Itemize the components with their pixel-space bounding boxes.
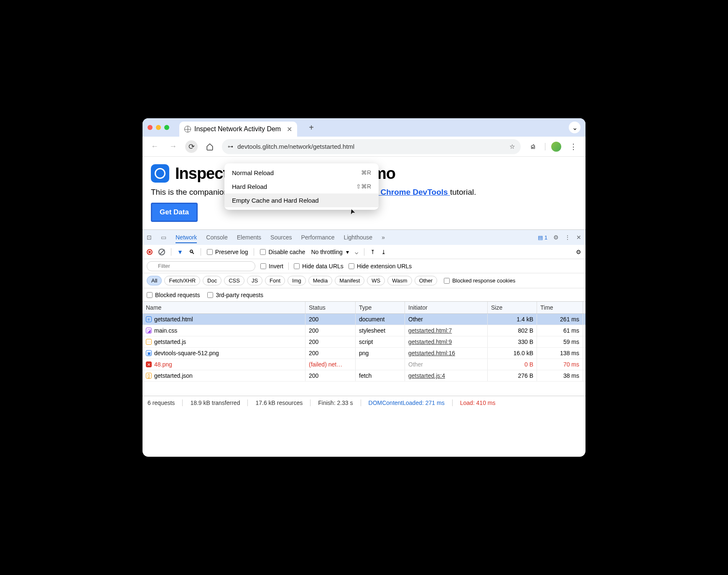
filter-input[interactable] bbox=[147, 261, 255, 271]
reload-context-menu: Normal Reload ⌘R Hard Reload ⇧⌘R Empty C… bbox=[224, 163, 379, 210]
status-transferred: 18.9 kB transferred bbox=[190, 399, 248, 406]
get-data-button[interactable]: Get Data bbox=[151, 203, 198, 222]
filter-row: Invert Hide data URLs Hide extension URL… bbox=[143, 259, 585, 273]
type-pill-doc[interactable]: Doc bbox=[203, 276, 221, 285]
type-pill-manifest[interactable]: Manifest bbox=[335, 276, 364, 285]
network-table: Name Status Type Initiator Size Time ≡ge… bbox=[143, 302, 585, 396]
titlebar: Inspect Network Activity Dem ✕ + ⌄ bbox=[143, 118, 585, 137]
col-status[interactable]: Status bbox=[305, 302, 356, 313]
profile-avatar[interactable] bbox=[551, 142, 561, 152]
desc-suffix: tutorial. bbox=[450, 188, 476, 196]
address-bar[interactable]: ⊶ devtools.glitch.me/network/getstarted.… bbox=[222, 139, 521, 154]
inspect-icon[interactable]: ⊡ bbox=[147, 234, 152, 241]
search-icon[interactable]: 🔍︎ bbox=[189, 249, 195, 255]
hide-data-urls-checkbox[interactable]: Hide data URLs bbox=[294, 263, 344, 270]
type-pill-img[interactable]: Img bbox=[288, 276, 306, 285]
invert-checkbox[interactable]: Invert bbox=[260, 263, 283, 270]
type-pill-all[interactable]: All bbox=[147, 276, 162, 285]
type-pill-fetch-xhr[interactable]: Fetch/XHR bbox=[164, 276, 200, 285]
network-conditions-icon[interactable]: ⌵ bbox=[355, 249, 358, 255]
separator bbox=[545, 143, 545, 150]
type-pill-media[interactable]: Media bbox=[308, 276, 332, 285]
device-icon[interactable]: ▭ bbox=[161, 234, 166, 241]
table-row[interactable]: {}getstarted.json200fetchgetstarted.js:4… bbox=[143, 370, 585, 382]
globe-icon bbox=[184, 126, 191, 132]
col-name[interactable]: Name bbox=[143, 302, 305, 313]
app-icon bbox=[151, 164, 169, 183]
menu-normal-reload[interactable]: Normal Reload ⌘R bbox=[224, 166, 379, 180]
menu-hard-reload[interactable]: Hard Reload ⇧⌘R bbox=[224, 180, 379, 193]
col-size[interactable]: Size bbox=[488, 302, 537, 313]
browser-window: Inspect Network Activity Dem ✕ + ⌄ ← → ⟳… bbox=[143, 118, 585, 457]
site-settings-icon[interactable]: ⊶ bbox=[228, 143, 233, 150]
extensions-icon[interactable] bbox=[527, 140, 539, 153]
type-pill-css[interactable]: CSS bbox=[224, 276, 244, 285]
reload-button[interactable]: ⟳ bbox=[185, 140, 198, 153]
table-row[interactable]: ≡getstarted.html200documentOther1.4 kB26… bbox=[143, 314, 585, 325]
clear-button[interactable] bbox=[158, 249, 165, 255]
type-pill-js[interactable]: JS bbox=[247, 276, 262, 285]
status-dcl: DOMContentLoaded: 271 ms bbox=[369, 399, 453, 406]
tab-network[interactable]: Network bbox=[176, 234, 197, 243]
download-har-icon[interactable]: ⤓ bbox=[381, 249, 386, 255]
col-type[interactable]: Type bbox=[356, 302, 405, 313]
table-row[interactable]: ▣devtools-square-512.png200pnggetstarted… bbox=[143, 348, 585, 359]
status-requests: 6 requests bbox=[148, 399, 183, 406]
col-initiator[interactable]: Initiator bbox=[405, 302, 488, 313]
status-load: Load: 410 ms bbox=[460, 399, 503, 406]
type-filters: AllFetch/XHRDocCSSJSFontImgMediaManifest… bbox=[143, 273, 585, 288]
table-row[interactable]: ✕48.png(failed) net…Other0 B70 ms bbox=[143, 359, 585, 370]
network-settings-icon[interactable]: ⚙ bbox=[576, 249, 581, 255]
record-button[interactable] bbox=[147, 249, 153, 255]
table-row[interactable]: ⋯getstarted.js200scriptgetstarted.html:9… bbox=[143, 336, 585, 348]
throttling-select[interactable]: No throttling ▾ bbox=[311, 249, 349, 255]
network-controls: ▼ 🔍︎ Preserve log Disable cache No throt… bbox=[143, 245, 585, 259]
type-pill-ws[interactable]: WS bbox=[367, 276, 385, 285]
new-tab-button[interactable]: + bbox=[305, 122, 317, 133]
traffic-lights bbox=[148, 125, 169, 130]
disable-cache-checkbox[interactable]: Disable cache bbox=[260, 249, 305, 255]
filter-icon[interactable]: ▼ bbox=[177, 249, 183, 255]
close-tab-icon[interactable]: ✕ bbox=[287, 125, 292, 133]
url-text: devtools.glitch.me/network/getstarted.ht… bbox=[237, 143, 354, 150]
forward-button[interactable]: → bbox=[167, 140, 179, 153]
back-button[interactable]: ← bbox=[148, 140, 161, 153]
col-time[interactable]: Time bbox=[537, 302, 583, 313]
devtools-panel: ⊡ ▭ Network Console Elements Sources Per… bbox=[143, 229, 585, 409]
maximize-icon[interactable] bbox=[164, 125, 169, 130]
minimize-icon[interactable] bbox=[156, 125, 161, 130]
blocked-cookies-checkbox[interactable]: Blocked response cookies bbox=[444, 277, 515, 284]
toolbar: ← → ⟳ ⊶ devtools.glitch.me/network/getst… bbox=[143, 137, 585, 157]
tab-list-button[interactable]: ⌄ bbox=[569, 122, 580, 133]
table-row[interactable]: ◪main.css200stylesheetgetstarted.html:78… bbox=[143, 325, 585, 336]
blocked-requests-checkbox[interactable]: Blocked requests bbox=[147, 292, 200, 298]
third-party-checkbox[interactable]: 3rd-party requests bbox=[207, 292, 263, 298]
devtools-tabs: ⊡ ▭ Network Console Elements Sources Per… bbox=[143, 230, 585, 245]
upload-har-icon[interactable]: ⤒ bbox=[370, 249, 375, 255]
close-icon[interactable] bbox=[148, 125, 153, 130]
issues-badge[interactable]: ▤ 1 bbox=[538, 234, 547, 241]
tab-lighthouse[interactable]: Lighthouse bbox=[344, 234, 373, 241]
menu-button[interactable]: ⋮ bbox=[567, 140, 580, 153]
status-bar: 6 requests 18.9 kB transferred 17.6 kB r… bbox=[143, 396, 585, 409]
close-devtools-icon[interactable]: ✕ bbox=[576, 234, 581, 241]
settings-icon[interactable]: ⚙ bbox=[553, 234, 559, 241]
tab-title: Inspect Network Activity Dem bbox=[194, 125, 281, 133]
tab-elements[interactable]: Elements bbox=[237, 234, 261, 241]
bookmark-icon[interactable]: ☆ bbox=[509, 143, 515, 150]
more-tabs-icon[interactable]: » bbox=[382, 234, 385, 241]
tab-performance[interactable]: Performance bbox=[301, 234, 334, 241]
status-resources: 17.6 kB resources bbox=[255, 399, 311, 406]
more-icon[interactable]: ⋮ bbox=[565, 234, 570, 241]
tab-console[interactable]: Console bbox=[206, 234, 227, 241]
type-pill-font[interactable]: Font bbox=[265, 276, 285, 285]
type-filters-2: Blocked requests 3rd-party requests bbox=[143, 288, 585, 302]
tab-sources[interactable]: Sources bbox=[270, 234, 292, 241]
home-button[interactable] bbox=[204, 140, 216, 153]
type-pill-other[interactable]: Other bbox=[415, 276, 438, 285]
browser-tab[interactable]: Inspect Network Activity Dem ✕ bbox=[179, 122, 297, 137]
hide-extension-urls-checkbox[interactable]: Hide extension URLs bbox=[349, 263, 412, 270]
menu-empty-cache-hard-reload[interactable]: Empty Cache and Hard Reload bbox=[224, 193, 379, 207]
type-pill-wasm[interactable]: Wasm bbox=[387, 276, 412, 285]
preserve-log-checkbox[interactable]: Preserve log bbox=[207, 249, 248, 255]
